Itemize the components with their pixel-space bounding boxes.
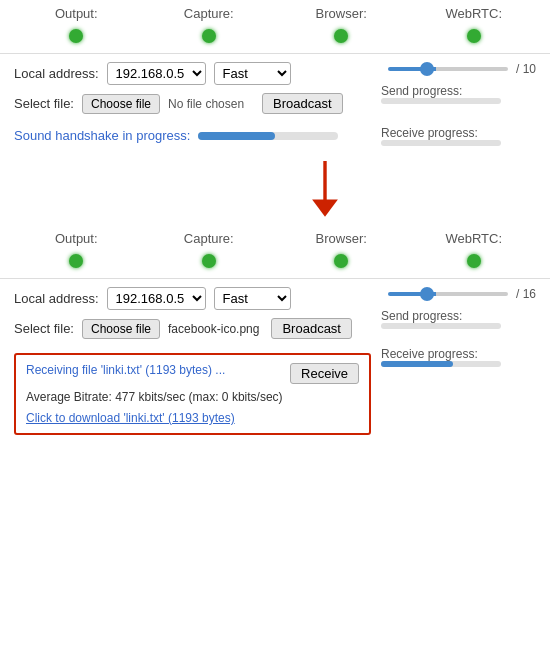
dot-browser2 [275,254,408,268]
send-progress-label1: Send progress: [381,84,536,98]
select-file-label1: Select file: [14,96,74,111]
section1-headers: Output: Capture: Browser: WebRTC: [0,0,550,23]
col-header-browser1: Browser: [275,6,408,21]
local-address-select2[interactable]: 192.168.0.5 [107,287,206,310]
speed-select2[interactable]: Fast Medium Slow [214,287,291,310]
receive-info: Receiving file 'linki.txt' (1193 bytes) … [26,363,282,383]
broadcast-btn2[interactable]: Broadcast [271,318,352,339]
dot-capture2 [143,254,276,268]
dot-webrtc1 [408,29,541,43]
quality-slider1[interactable] [388,67,508,71]
green-dot-browser2 [334,254,348,268]
receive-line1-row: Receiving file 'linki.txt' (1193 bytes) … [26,363,359,384]
handshake-row: Sound handshake in progress: [14,120,371,151]
receive-btn[interactable]: Receive [290,363,359,384]
send-progress-label2: Send progress: [381,309,536,323]
controls-section2: Local address: 192.168.0.5 Fast Medium S… [0,279,550,449]
send-progress-bg2 [381,323,501,329]
arrow-container [0,159,550,225]
green-dot-browser1 [334,29,348,43]
section2-headers: Output: Capture: Browser: WebRTC: [0,225,550,248]
section1-dots [0,23,550,53]
dot-browser1 [275,29,408,43]
speed-select1[interactable]: Fast Medium Slow [214,62,291,85]
receive-box: Receiving file 'linki.txt' (1193 bytes) … [14,353,371,435]
handshake-progress-bg [198,132,338,140]
file-select-row1: Select file: Choose file No file chosen … [14,93,371,114]
handshake-label: Sound handshake in progress: [14,128,190,143]
controls1-row1: Local address: 192.168.0.5 Fast Medium S… [14,62,536,114]
controls2-left: Local address: 192.168.0.5 Fast Medium S… [14,287,371,339]
broadcast-btn1[interactable]: Broadcast [262,93,343,114]
controls1-left: Local address: 192.168.0.5 Fast Medium S… [14,62,371,114]
local-address-label1: Local address: [14,66,99,81]
col-header-output1: Output: [10,6,143,21]
receive-progress-fill2 [381,361,453,367]
receive-progress-label1: Receive progress: [381,126,536,140]
choose-file-btn2[interactable]: Choose file [82,319,160,339]
receive-box-container: Receiving file 'linki.txt' (1193 bytes) … [14,347,371,441]
receive-progress-bg1 [381,140,501,146]
local-address-row2: Local address: 192.168.0.5 Fast Medium S… [14,287,371,310]
handshake-progress-fill [198,132,275,140]
local-address-row1: Local address: 192.168.0.5 Fast Medium S… [14,62,371,85]
receive-progress-container2: Receive progress: [381,347,536,367]
controls-section1: Local address: 192.168.0.5 Fast Medium S… [0,54,550,159]
dot-webrtc2 [408,254,541,268]
send-progress-bg1 [381,98,501,104]
choose-file-btn1[interactable]: Choose file [82,94,160,114]
col-header-webrtc2: WebRTC: [408,231,541,246]
green-dot-webrtc2 [467,254,481,268]
slider-val1: / 10 [516,62,536,76]
quality-slider2[interactable] [388,292,508,296]
send-progress-container2: Send progress: [381,309,536,329]
down-arrow-icon [295,161,355,221]
download-link-container: Click to download 'linki.txt' (1193 byte… [26,410,359,425]
col-header-capture2: Capture: [143,231,276,246]
col-header-capture1: Capture: [143,6,276,21]
local-address-label2: Local address: [14,291,99,306]
controls1-right: / 10 Send progress: [381,62,536,114]
green-dot-webrtc1 [467,29,481,43]
receive-progress-bg2 [381,361,501,367]
slider-val2: / 16 [516,287,536,301]
svg-marker-1 [312,200,338,217]
green-dot-output1 [69,29,83,43]
no-file-text1: No file chosen [168,97,244,111]
green-dot-output2 [69,254,83,268]
file-select-row2: Select file: Choose file facebook-ico.pn… [14,318,371,339]
file-chosen-text2: facebook-ico.png [168,322,259,336]
bitrate-text: Average Bitrate: 477 kbits/sec (max: 0 k… [26,390,359,404]
col-header-browser2: Browser: [275,231,408,246]
dot-capture1 [143,29,276,43]
select-file-label2: Select file: [14,321,74,336]
receive-text-line1: Receiving file 'linki.txt' (1193 bytes) … [26,363,282,377]
receive-section: Receiving file 'linki.txt' (1193 bytes) … [14,347,536,441]
download-link[interactable]: Click to download 'linki.txt' (1193 byte… [26,411,235,425]
handshake-left: Sound handshake in progress: [14,120,371,151]
dot-output2 [10,254,143,268]
controls2-row1: Local address: 192.168.0.5 Fast Medium S… [14,287,536,339]
handshake-row-container: Sound handshake in progress: Receive pro… [14,120,536,151]
green-dot-capture1 [202,29,216,43]
send-progress-container1: Send progress: [381,84,536,104]
dot-output1 [10,29,143,43]
slider-row2: / 16 [381,287,536,301]
receive-progress-label2: Receive progress: [381,347,536,361]
local-address-select1[interactable]: 192.168.0.5 [107,62,206,85]
green-dot-capture2 [202,254,216,268]
controls2-right: / 16 Send progress: [381,287,536,339]
handshake-right: Receive progress: [381,126,536,146]
col-header-output2: Output: [10,231,143,246]
slider-row1: / 10 [381,62,536,76]
section2-dots [0,248,550,278]
col-header-webrtc1: WebRTC: [408,6,541,21]
